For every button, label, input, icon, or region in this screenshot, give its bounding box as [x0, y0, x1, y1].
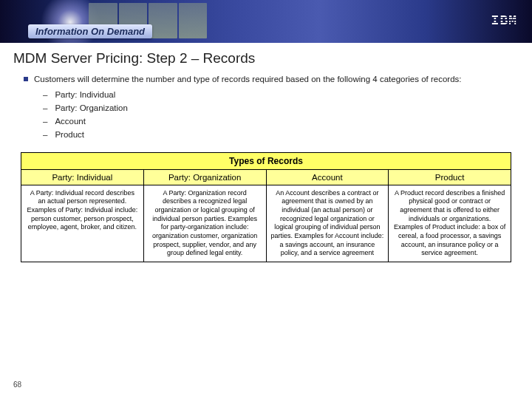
records-table: Types of Records Party: Individual Party…: [21, 152, 511, 263]
table-header: Types of Records: [21, 152, 511, 169]
dash-icon: –: [43, 130, 47, 139]
desc-individual: A Party: Individual record describes an …: [21, 185, 144, 262]
intro-bullet: Customers will determine the number and …: [24, 74, 519, 86]
col-head-individual: Party: Individual: [21, 169, 144, 185]
list-item: –Account: [43, 117, 519, 126]
banner: Information On Demand IBM: [0, 0, 532, 43]
slide-body: MDM Server Pricing: Step 2 – Records Cus…: [0, 43, 532, 262]
col-head-account: Account: [266, 169, 389, 185]
desc-product: A Product record describes a finished ph…: [389, 185, 511, 262]
list-item: –Party: Individual: [43, 90, 519, 99]
dash-icon: –: [43, 103, 47, 112]
square-bullet-icon: [24, 77, 28, 81]
dash-icon: –: [43, 117, 47, 126]
page-number: 68: [13, 381, 21, 389]
col-head-organization: Party: Organization: [143, 169, 266, 185]
intro-text: Customers will determine the number and …: [34, 74, 462, 86]
ibm-logo: IBM: [491, 13, 517, 28]
list-item: –Party: Organization: [43, 103, 519, 112]
page-title: MDM Server Pricing: Step 2 – Records: [13, 50, 519, 66]
desc-organization: A Party: Organization record describes a…: [143, 185, 266, 262]
list-item: –Product: [43, 130, 519, 139]
desc-account: An Account describes a contract or agree…: [266, 185, 389, 262]
col-head-product: Product: [389, 169, 511, 185]
dash-icon: –: [43, 90, 47, 99]
banner-tagline: Information On Demand: [28, 24, 152, 38]
